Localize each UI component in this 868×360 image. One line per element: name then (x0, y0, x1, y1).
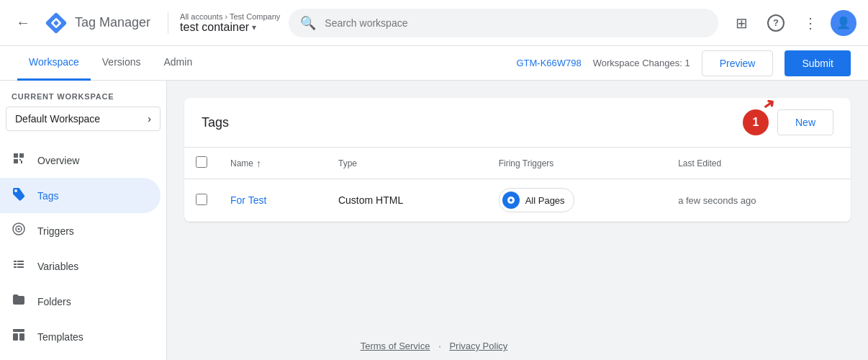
column-firing-triggers: Firing Triggers (487, 148, 666, 179)
tab-versions[interactable]: Versions (91, 46, 153, 81)
help-button[interactable]: ? (761, 9, 790, 37)
logo-area: Tag Manager (43, 10, 150, 36)
company-link[interactable]: Test Company (230, 12, 280, 21)
sort-icon: ↑ (256, 158, 261, 169)
gtm-id[interactable]: GTM-K66W798 (516, 58, 581, 68)
back-button[interactable]: ← (12, 12, 35, 35)
gtm-logo-icon (43, 10, 69, 36)
trigger-icon (502, 192, 520, 209)
tag-type: Custom HTML (338, 194, 403, 206)
privacy-policy-link[interactable]: Privacy Policy (449, 341, 507, 351)
card-title: Tags (202, 115, 229, 130)
footer: Terms of Service · Privacy Policy (0, 341, 868, 351)
column-type: Type (327, 148, 487, 179)
triggers-icon (12, 222, 26, 240)
breadcrumb-top: All accounts › Test Company (180, 12, 280, 21)
svg-rect-6 (13, 329, 24, 332)
content-area: Tags 1 ➜ New (167, 81, 868, 360)
tags-card: Tags 1 ➜ New (184, 98, 851, 222)
search-icon: 🔍 (300, 15, 316, 31)
table-row: For Test Custom HTML (184, 179, 851, 222)
badge-number: 1 (753, 116, 759, 129)
grid-icon: ⊞ (736, 14, 748, 32)
tab-admin[interactable]: Admin (152, 46, 204, 81)
sidebar-item-variables[interactable]: Variables (0, 248, 161, 284)
sidebar-nav: Overview Tags (0, 143, 166, 354)
breadcrumb-bottom: test container ▾ (180, 21, 280, 34)
svg-rect-7 (13, 333, 18, 341)
topbar-actions: ⊞ ? ⋮ 👤 (727, 9, 856, 37)
folders-icon (12, 292, 26, 310)
tab-workspace[interactable]: Workspace (17, 46, 91, 81)
more-icon: ⋮ (803, 14, 818, 32)
breadcrumb: All accounts › Test Company test contain… (168, 12, 280, 34)
submit-button[interactable]: Submit (785, 50, 851, 76)
workspace-selector[interactable]: Default Workspace › (6, 107, 161, 131)
row-checkbox-cell (184, 179, 219, 222)
help-icon: ? (767, 14, 785, 32)
grid-button[interactable]: ⊞ (727, 9, 756, 37)
tags-table: Name ↑ Type Firing Triggers Last Edited (184, 148, 851, 222)
name-sort-button[interactable]: Name ↑ (230, 158, 315, 169)
main-layout: CURRENT WORKSPACE Default Workspace › Ov… (0, 81, 868, 360)
row-checkbox[interactable] (196, 194, 207, 205)
sidebar-item-tags[interactable]: Tags (0, 178, 161, 213)
sidebar-item-overview[interactable]: Overview (0, 143, 161, 178)
svg-rect-8 (19, 333, 24, 341)
avatar[interactable]: 👤 (831, 10, 856, 36)
app-title: Tag Manager (75, 15, 150, 30)
overview-icon (12, 151, 26, 169)
back-icon: ← (16, 14, 30, 31)
row-type-cell: Custom HTML (327, 179, 487, 222)
column-name: Name ↑ (219, 148, 327, 179)
workspace-name: Default Workspace (15, 113, 100, 125)
sidebar-item-folders[interactable]: Folders (0, 284, 161, 319)
table-header: Name ↑ Type Firing Triggers Last Edited (184, 148, 851, 179)
changes-badge: 1 ➜ (743, 109, 769, 135)
search-bar: 🔍 (289, 9, 718, 37)
row-name-cell: For Test (219, 179, 327, 222)
search-input[interactable] (325, 17, 707, 29)
trigger-dot-icon (510, 199, 512, 202)
nav-right: GTM-K66W798 Workspace Changes: 1 Preview… (516, 50, 851, 76)
container-name: test container (180, 21, 249, 34)
new-button[interactable]: New (777, 109, 833, 135)
tag-link[interactable]: For Test (230, 194, 266, 206)
last-edited-value: a few seconds ago (678, 195, 756, 206)
svg-point-5 (18, 228, 20, 230)
workspace-changes: Workspace Changes: 1 (593, 58, 690, 68)
current-workspace-label: CURRENT WORKSPACE (0, 81, 166, 107)
sidebar-item-label-variables: Variables (37, 261, 78, 272)
all-accounts-link[interactable]: All accounts (180, 12, 222, 21)
topbar: ← Tag Manager All accounts › Test Compan… (0, 0, 868, 46)
sidebar: CURRENT WORKSPACE Default Workspace › Ov… (0, 81, 167, 360)
avatar-icon: 👤 (836, 16, 851, 30)
sidebar-item-label-folders: Folders (37, 296, 71, 307)
nav-tabs: Workspace Versions Admin GTM-K66W798 Wor… (0, 46, 868, 81)
arrow-indicator: ➜ (759, 98, 779, 114)
sidebar-item-label-tags: Tags (37, 190, 59, 202)
row-last-edited-cell: a few seconds ago (666, 179, 851, 222)
row-trigger-cell: All Pages (487, 179, 666, 222)
more-menu-button[interactable]: ⋮ (796, 9, 825, 37)
table-body: For Test Custom HTML (184, 179, 851, 222)
badge-area: 1 ➜ (743, 109, 769, 135)
column-checkbox (184, 148, 219, 179)
preview-button[interactable]: Preview (702, 50, 774, 76)
header-actions: 1 ➜ New (743, 109, 833, 135)
sidebar-item-triggers[interactable]: Triggers (0, 213, 161, 248)
card-header: Tags 1 ➜ New (184, 98, 851, 148)
select-all-checkbox[interactable] (196, 156, 207, 168)
column-last-edited: Last Edited (666, 148, 851, 179)
sidebar-item-label-overview: Overview (37, 155, 79, 166)
container-dropdown-icon[interactable]: ▾ (252, 22, 256, 32)
trigger-name: All Pages (525, 195, 565, 206)
terms-of-service-link[interactable]: Terms of Service (361, 341, 430, 351)
variables-icon (12, 257, 26, 275)
tags-icon (12, 186, 26, 204)
trigger-inner-icon (507, 197, 515, 204)
footer-separator: · (438, 341, 441, 351)
column-name-label: Name (230, 158, 253, 168)
sidebar-item-label-triggers: Triggers (37, 225, 74, 237)
workspace-selector-arrow: › (148, 113, 151, 125)
